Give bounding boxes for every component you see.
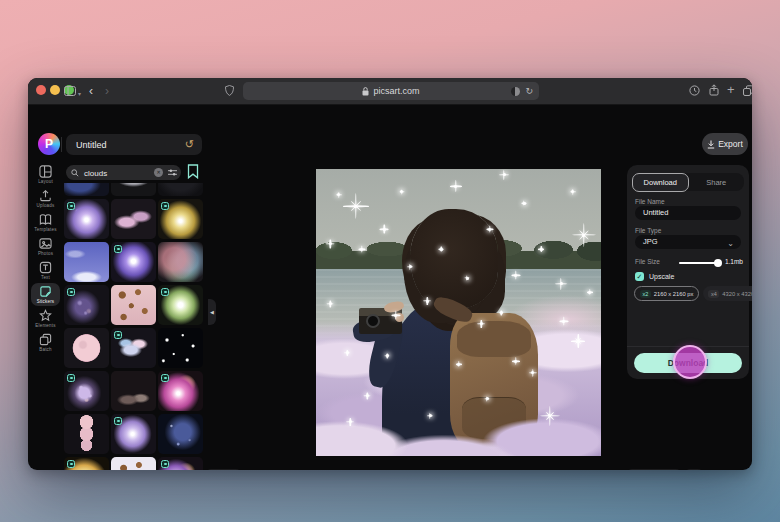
tab-download[interactable]: Download (632, 173, 690, 192)
sparkle-star (358, 246, 365, 253)
sparkle-star (465, 276, 470, 281)
picsart-editor: P Untitled ↺ Export Layout (28, 104, 752, 470)
sticker-thumb-pastel-nebula[interactable] (111, 414, 156, 454)
sticker-thumb-pink-planets[interactable] (64, 414, 109, 454)
sticker-thumb-dusk-clouds[interactable] (111, 371, 156, 411)
scale-option-x4[interactable]: x4 4320 x 4320 px (703, 286, 752, 301)
sparkle-star (587, 289, 593, 295)
click-indicator (673, 345, 707, 379)
slider-knob[interactable] (714, 259, 722, 267)
sparkle-star (380, 225, 389, 234)
sticker-thumb-purple-gold-nebula[interactable] (158, 457, 203, 470)
tab-share[interactable]: Share (689, 173, 745, 191)
picsart-logo[interactable]: P (38, 133, 60, 155)
bookmark-icon[interactable] (187, 164, 199, 179)
shield-icon[interactable] (225, 85, 234, 96)
sticker-thumb-lilac-sparkles[interactable] (64, 371, 109, 411)
clear-search-icon[interactable]: ✕ (154, 168, 163, 177)
sparkle-star (336, 192, 342, 198)
sticker-thumb-sparkle-dust[interactable] (64, 285, 109, 325)
sticker-thumb-green-sparkle-orb[interactable] (158, 285, 203, 325)
tool-sidebar: Layout Uploads Templates Photos Text (30, 163, 61, 470)
upscale-checkbox[interactable]: ✓ (635, 272, 644, 281)
upscale-row: ✓ Upscale (635, 272, 674, 281)
premium-badge-icon (67, 374, 75, 382)
sparkle-star (344, 350, 350, 356)
sidebar-item-photos[interactable]: Photos (31, 235, 60, 258)
premium-badge-icon (161, 374, 169, 382)
chevron-down-icon[interactable]: ▾ (78, 86, 81, 102)
sparkle-star (499, 310, 504, 315)
share-icon[interactable] (709, 84, 719, 96)
sticker-thumb-pink-moon[interactable] (64, 328, 109, 368)
sidebar-item-layout[interactable]: Layout (31, 163, 60, 186)
file-name-input[interactable]: Untitled (635, 206, 741, 220)
sidebar-toggle-icon[interactable] (64, 86, 76, 96)
pages-overview-button[interactable] (685, 469, 703, 470)
close-window-button[interactable] (36, 85, 46, 95)
project-title-field[interactable]: Untitled ↺ (66, 134, 202, 155)
sticker-thumb-blue-galaxy[interactable] (158, 414, 203, 454)
sparkle-star (439, 247, 444, 252)
sticker-thumb-night-clouds[interactable] (64, 183, 109, 196)
sticker-search-input[interactable]: clouds ✕ (66, 165, 181, 180)
sticker-thumb-pink-clouds[interactable] (111, 199, 156, 239)
file-size-slider[interactable] (679, 262, 721, 264)
sticker-icon (39, 285, 52, 298)
filter-icon[interactable] (168, 168, 177, 177)
reload-icon[interactable]: ↻ (525, 86, 533, 96)
premium-badge-icon (161, 288, 169, 296)
scale-option-x2[interactable]: x2 2160 x 2160 px (634, 286, 699, 301)
sidebar-item-text[interactable]: Text (31, 259, 60, 282)
sticker-thumb-gray-cloud[interactable] (111, 183, 156, 196)
history-icon[interactable] (689, 85, 700, 96)
sticker-thumb-violet-cloud-burst[interactable] (64, 199, 109, 239)
sparkle-star (327, 300, 334, 307)
back-icon[interactable]: ‹ (89, 83, 93, 99)
editor-header: P Untitled ↺ Export (28, 130, 752, 163)
sticker-thumb-blue-sky-clouds[interactable] (64, 242, 109, 282)
sparkle-star (511, 271, 520, 280)
sparkle-star (450, 180, 462, 192)
extension-badge-icon[interactable] (511, 87, 520, 96)
address-bar[interactable]: picsart.com ↻ (243, 82, 539, 100)
sticker-thumb-rainbow-haze[interactable] (158, 242, 203, 282)
sticker-thumb-pastel-cloud[interactable] (111, 328, 156, 368)
sticker-thumb-gold-sparkle-burst[interactable] (158, 199, 203, 239)
sticker-thumb-purple-nebula[interactable] (111, 242, 156, 282)
sparkle-star (529, 369, 537, 377)
undo-redo-toolbar: ↶ ↷ (206, 469, 241, 470)
sparkle-star (346, 418, 354, 426)
sticker-thumb-butterflies-pink[interactable] (111, 285, 156, 325)
sidebar-item-batch[interactable]: Batch (31, 331, 60, 354)
sticker-thumb-magenta-nebula[interactable] (158, 371, 203, 411)
sidebar-item-templates[interactable]: Templates (31, 211, 60, 234)
sticker-thumb-golden-glow[interactable] (64, 457, 109, 470)
premium-badge-icon (67, 288, 75, 296)
version-history-icon[interactable]: ↺ (185, 138, 194, 151)
url-text: picsart.com (373, 86, 419, 96)
canvas-photo[interactable] (316, 169, 601, 456)
header-divider (61, 137, 62, 152)
forward-icon: › (105, 83, 109, 99)
sidebar-item-uploads[interactable]: Uploads (31, 187, 60, 210)
sidebar-item-stickers[interactable]: Stickers (31, 283, 60, 306)
new-tab-icon[interactable]: + (727, 82, 735, 98)
browser-window: ▾ ‹ › picsart.com ↻ + (28, 78, 752, 470)
sticker-thumb-dark-sky[interactable] (158, 183, 203, 196)
sidebar-item-elements[interactable]: Elements (31, 307, 60, 330)
tab-overview-icon[interactable] (743, 85, 752, 96)
sparkle-star (343, 193, 369, 219)
sticker-thumb-butterflies-white[interactable] (111, 457, 156, 470)
sparkle-star (385, 353, 390, 358)
sticker-thumb-starry-night[interactable] (158, 328, 203, 368)
photos-image-icon (39, 237, 52, 250)
minimize-window-button[interactable] (50, 85, 60, 95)
templates-book-icon (39, 213, 52, 226)
premium-badge-icon (114, 417, 122, 425)
collapse-panel-handle[interactable]: ◀ (208, 299, 216, 325)
chevron-down-icon: ⌄ (719, 237, 734, 251)
file-type-select[interactable]: JPG ⌄ (635, 235, 741, 249)
premium-badge-icon (114, 245, 122, 253)
export-button[interactable]: Export (702, 133, 748, 155)
